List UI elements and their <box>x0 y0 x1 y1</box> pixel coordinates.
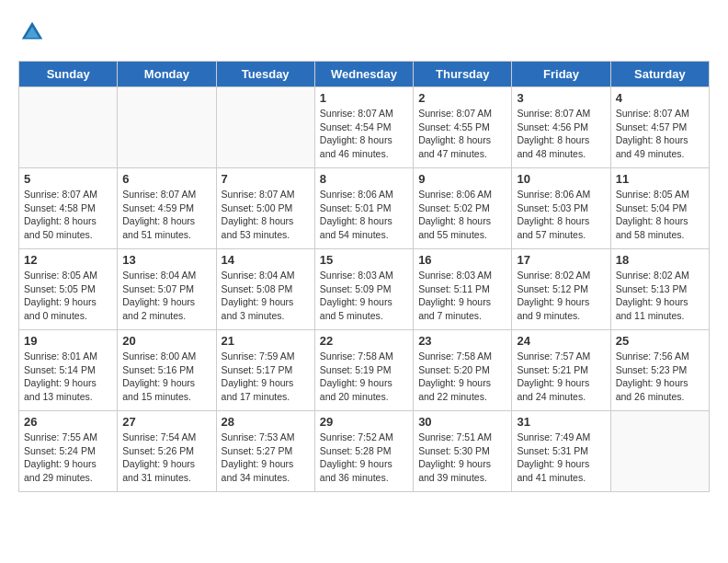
day-number: 11 <box>616 172 704 186</box>
day-number: 2 <box>418 91 506 105</box>
calendar-cell: 4Sunrise: 8:07 AM Sunset: 4:57 PM Daylig… <box>610 87 709 168</box>
calendar-cell <box>118 87 216 168</box>
calendar-cell: 9Sunrise: 8:06 AM Sunset: 5:02 PM Daylig… <box>414 168 512 249</box>
day-number: 24 <box>517 334 605 348</box>
calendar-week-row: 12Sunrise: 8:05 AM Sunset: 5:05 PM Dayli… <box>19 249 710 330</box>
day-info: Sunrise: 8:07 AM Sunset: 5:00 PM Dayligh… <box>222 188 310 242</box>
calendar-cell: 11Sunrise: 8:05 AM Sunset: 5:04 PM Dayli… <box>610 168 709 249</box>
day-number: 9 <box>418 172 506 186</box>
day-info: Sunrise: 8:02 AM Sunset: 5:13 PM Dayligh… <box>616 269 704 323</box>
weekday-header: Tuesday <box>216 62 314 87</box>
weekday-header: Wednesday <box>314 62 413 87</box>
day-number: 15 <box>320 253 408 267</box>
calendar-week-row: 19Sunrise: 8:01 AM Sunset: 5:14 PM Dayli… <box>19 330 710 411</box>
weekday-header: Monday <box>118 62 216 87</box>
calendar-cell: 26Sunrise: 7:55 AM Sunset: 5:24 PM Dayli… <box>19 411 118 492</box>
day-number: 17 <box>517 253 605 267</box>
day-info: Sunrise: 8:01 AM Sunset: 5:14 PM Dayligh… <box>24 350 112 404</box>
day-info: Sunrise: 8:00 AM Sunset: 5:16 PM Dayligh… <box>122 350 210 404</box>
day-info: Sunrise: 8:03 AM Sunset: 5:09 PM Dayligh… <box>320 269 408 323</box>
day-info: Sunrise: 8:07 AM Sunset: 4:55 PM Dayligh… <box>418 107 506 161</box>
calendar-cell: 6Sunrise: 8:07 AM Sunset: 4:59 PM Daylig… <box>118 168 216 249</box>
day-number: 29 <box>320 415 408 429</box>
day-number: 14 <box>222 253 310 267</box>
calendar-cell: 3Sunrise: 8:07 AM Sunset: 4:56 PM Daylig… <box>512 87 610 168</box>
day-number: 18 <box>616 253 704 267</box>
day-info: Sunrise: 8:07 AM Sunset: 4:58 PM Dayligh… <box>24 188 112 242</box>
day-number: 8 <box>320 172 408 186</box>
day-info: Sunrise: 7:58 AM Sunset: 5:19 PM Dayligh… <box>320 350 408 404</box>
logo-icon <box>18 18 46 46</box>
calendar-cell <box>610 411 709 492</box>
calendar-cell: 2Sunrise: 8:07 AM Sunset: 4:55 PM Daylig… <box>414 87 512 168</box>
weekday-header: Thursday <box>414 62 512 87</box>
calendar-cell: 29Sunrise: 7:52 AM Sunset: 5:28 PM Dayli… <box>314 411 413 492</box>
day-info: Sunrise: 8:06 AM Sunset: 5:02 PM Dayligh… <box>418 188 506 242</box>
day-info: Sunrise: 8:07 AM Sunset: 4:56 PM Dayligh… <box>517 107 605 161</box>
day-info: Sunrise: 7:56 AM Sunset: 5:23 PM Dayligh… <box>616 350 704 404</box>
day-number: 25 <box>616 334 704 348</box>
calendar-week-row: 5Sunrise: 8:07 AM Sunset: 4:58 PM Daylig… <box>19 168 710 249</box>
calendar-cell: 8Sunrise: 8:06 AM Sunset: 5:01 PM Daylig… <box>314 168 413 249</box>
day-info: Sunrise: 8:02 AM Sunset: 5:12 PM Dayligh… <box>517 269 605 323</box>
day-number: 16 <box>418 253 506 267</box>
day-info: Sunrise: 7:49 AM Sunset: 5:31 PM Dayligh… <box>517 431 605 485</box>
day-number: 19 <box>24 334 112 348</box>
calendar-cell: 1Sunrise: 8:07 AM Sunset: 4:54 PM Daylig… <box>314 87 413 168</box>
day-number: 21 <box>222 334 310 348</box>
day-info: Sunrise: 7:52 AM Sunset: 5:28 PM Dayligh… <box>320 431 408 485</box>
calendar-cell: 30Sunrise: 7:51 AM Sunset: 5:30 PM Dayli… <box>414 411 512 492</box>
day-info: Sunrise: 8:03 AM Sunset: 5:11 PM Dayligh… <box>418 269 506 323</box>
calendar-cell: 15Sunrise: 8:03 AM Sunset: 5:09 PM Dayli… <box>314 249 413 330</box>
day-info: Sunrise: 8:06 AM Sunset: 5:03 PM Dayligh… <box>517 188 605 242</box>
calendar-cell: 10Sunrise: 8:06 AM Sunset: 5:03 PM Dayli… <box>512 168 610 249</box>
day-info: Sunrise: 7:58 AM Sunset: 5:20 PM Dayligh… <box>418 350 506 404</box>
weekday-header: Friday <box>512 62 610 87</box>
logo <box>18 18 50 46</box>
day-info: Sunrise: 7:54 AM Sunset: 5:26 PM Dayligh… <box>122 431 210 485</box>
day-info: Sunrise: 8:05 AM Sunset: 5:05 PM Dayligh… <box>24 269 112 323</box>
day-number: 22 <box>320 334 408 348</box>
page-header <box>18 18 710 46</box>
calendar-cell: 16Sunrise: 8:03 AM Sunset: 5:11 PM Dayli… <box>414 249 512 330</box>
weekday-header: Saturday <box>610 62 709 87</box>
calendar-cell: 14Sunrise: 8:04 AM Sunset: 5:08 PM Dayli… <box>216 249 314 330</box>
day-number: 27 <box>122 415 210 429</box>
day-number: 12 <box>24 253 112 267</box>
day-number: 4 <box>616 91 704 105</box>
day-info: Sunrise: 8:07 AM Sunset: 4:59 PM Dayligh… <box>122 188 210 242</box>
calendar-cell: 17Sunrise: 8:02 AM Sunset: 5:12 PM Dayli… <box>512 249 610 330</box>
day-number: 6 <box>122 172 210 186</box>
calendar-table: SundayMondayTuesdayWednesdayThursdayFrid… <box>18 61 710 492</box>
day-info: Sunrise: 7:51 AM Sunset: 5:30 PM Dayligh… <box>418 431 506 485</box>
day-number: 1 <box>320 91 408 105</box>
calendar-cell: 31Sunrise: 7:49 AM Sunset: 5:31 PM Dayli… <box>512 411 610 492</box>
calendar-cell: 13Sunrise: 8:04 AM Sunset: 5:07 PM Dayli… <box>118 249 216 330</box>
day-number: 26 <box>24 415 112 429</box>
calendar-cell: 25Sunrise: 7:56 AM Sunset: 5:23 PM Dayli… <box>610 330 709 411</box>
calendar-cell: 22Sunrise: 7:58 AM Sunset: 5:19 PM Dayli… <box>314 330 413 411</box>
weekday-header: Sunday <box>19 62 118 87</box>
day-number: 28 <box>222 415 310 429</box>
calendar-cell: 18Sunrise: 8:02 AM Sunset: 5:13 PM Dayli… <box>610 249 709 330</box>
day-number: 10 <box>517 172 605 186</box>
day-info: Sunrise: 7:55 AM Sunset: 5:24 PM Dayligh… <box>24 431 112 485</box>
day-number: 31 <box>517 415 605 429</box>
calendar-cell <box>19 87 118 168</box>
calendar-cell: 28Sunrise: 7:53 AM Sunset: 5:27 PM Dayli… <box>216 411 314 492</box>
calendar-header-row: SundayMondayTuesdayWednesdayThursdayFrid… <box>19 62 710 87</box>
calendar-cell: 7Sunrise: 8:07 AM Sunset: 5:00 PM Daylig… <box>216 168 314 249</box>
calendar-cell: 5Sunrise: 8:07 AM Sunset: 4:58 PM Daylig… <box>19 168 118 249</box>
calendar-cell: 23Sunrise: 7:58 AM Sunset: 5:20 PM Dayli… <box>414 330 512 411</box>
day-number: 23 <box>418 334 506 348</box>
day-number: 20 <box>122 334 210 348</box>
day-info: Sunrise: 8:05 AM Sunset: 5:04 PM Dayligh… <box>616 188 704 242</box>
day-info: Sunrise: 8:07 AM Sunset: 4:54 PM Dayligh… <box>320 107 408 161</box>
calendar-cell: 24Sunrise: 7:57 AM Sunset: 5:21 PM Dayli… <box>512 330 610 411</box>
day-info: Sunrise: 7:57 AM Sunset: 5:21 PM Dayligh… <box>517 350 605 404</box>
day-info: Sunrise: 7:53 AM Sunset: 5:27 PM Dayligh… <box>222 431 310 485</box>
day-info: Sunrise: 8:07 AM Sunset: 4:57 PM Dayligh… <box>616 107 704 161</box>
day-number: 13 <box>122 253 210 267</box>
day-number: 30 <box>418 415 506 429</box>
day-number: 5 <box>24 172 112 186</box>
